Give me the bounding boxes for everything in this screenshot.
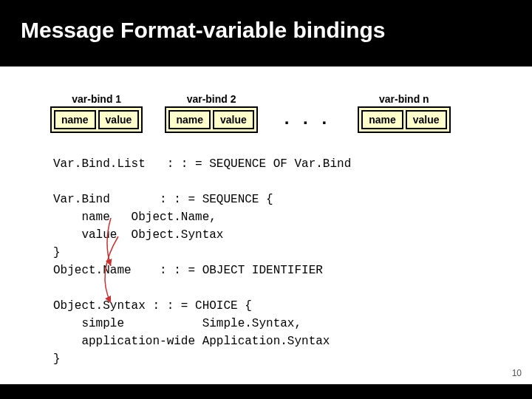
code-l9: Object.Syntax : : = CHOICE { (53, 299, 252, 313)
code-l12: } (53, 352, 61, 366)
ellipsis: . . . (280, 108, 335, 129)
varbind-1-value-cell: value (98, 110, 140, 129)
varbind-1-name-cell: name (54, 110, 96, 129)
varbind-2-box: name value (165, 106, 257, 133)
varbind-n-label: var-bind n (379, 93, 429, 105)
varbind-n-group: var-bind n name value (358, 93, 450, 133)
varbind-1-group: var-bind 1 name value (50, 93, 143, 133)
slide: Message Format-variable bindings var-bin… (0, 0, 532, 399)
code-l10: simple Simple.Syntax, (53, 317, 301, 330)
code-l4: name Object.Name, (53, 211, 216, 224)
body-area: var-bind 1 name value var-bind 2 name va… (0, 66, 532, 384)
code-l1: Var.Bind.List : : = SEQUENCE OF Var.Bind (53, 157, 351, 171)
code-l6: } (53, 246, 61, 259)
asn1-code: Var.Bind.List : : = SEQUENCE OF Var.Bind… (53, 155, 351, 368)
varbind-2-group: var-bind 2 name value (165, 93, 257, 133)
varbind-n-name-cell: name (361, 110, 403, 129)
code-l7: Object.Name : : = OBJECT IDENTIFIER (53, 264, 323, 277)
varbind-2-value-cell: value (213, 110, 254, 129)
page-number: 10 (512, 368, 522, 378)
code-l11: application-wide Application.Syntax (53, 335, 330, 348)
slide-title: Message Format-variable bindings (21, 18, 385, 43)
varbind-2-label: var-bind 2 (187, 93, 236, 105)
code-l3: Var.Bind : : = SEQUENCE { (53, 193, 273, 206)
code-l5: value Object.Syntax (53, 228, 223, 242)
varbind-1-box: name value (50, 106, 143, 133)
varbind-2-name-cell: name (168, 110, 211, 129)
varbind-n-value-cell: value (406, 110, 447, 129)
varbind-row: var-bind 1 name value var-bind 2 name va… (50, 93, 451, 133)
varbind-n-box: name value (358, 106, 450, 133)
varbind-1-label: var-bind 1 (72, 93, 121, 105)
